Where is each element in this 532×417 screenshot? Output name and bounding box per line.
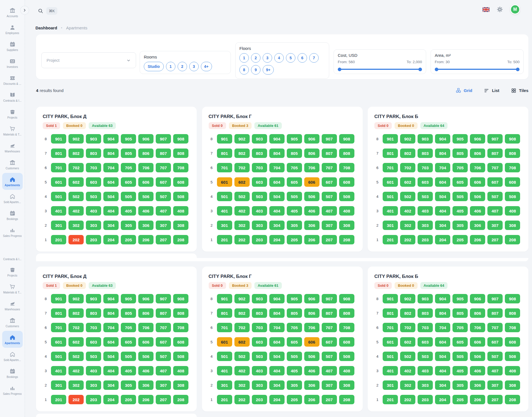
unit-cell-803[interactable]: 803 xyxy=(418,149,433,158)
unit-cell-807[interactable]: 807 xyxy=(322,149,337,158)
unit-cell-204[interactable]: 204 xyxy=(269,395,285,404)
unit-cell-706[interactable]: 706 xyxy=(138,163,154,172)
view-toggle-tiles[interactable]: Tiles xyxy=(511,88,528,93)
unit-cell-804[interactable]: 804 xyxy=(103,149,119,158)
unit-cell-808[interactable]: 808 xyxy=(339,308,354,318)
unit-cell-701[interactable]: 701 xyxy=(217,323,232,332)
unit-cell-607[interactable]: 607 xyxy=(156,337,171,347)
unit-cell-801[interactable]: 801 xyxy=(217,308,232,318)
unit-cell-905[interactable]: 905 xyxy=(121,294,136,303)
unit-cell-703[interactable]: 703 xyxy=(252,323,267,332)
sidebar-item-discounts[interactable]: Discounts & ... xyxy=(2,71,23,88)
unit-cell-608[interactable]: 608 xyxy=(339,337,354,347)
sidebar-item-sold-apartm[interactable]: Sold Apartm... xyxy=(2,348,23,365)
unit-cell-807[interactable]: 807 xyxy=(156,149,171,158)
unit-cell-903[interactable]: 903 xyxy=(252,294,267,303)
unit-cell-204[interactable]: 204 xyxy=(103,395,119,404)
unit-cell-304[interactable]: 304 xyxy=(435,380,450,390)
unit-cell-902[interactable]: 902 xyxy=(400,294,415,303)
unit-cell-306[interactable]: 306 xyxy=(470,380,485,390)
unit-cell-808[interactable]: 808 xyxy=(505,308,520,318)
project-select[interactable]: Project xyxy=(41,52,136,68)
unit-cell-304[interactable]: 304 xyxy=(103,221,119,230)
unit-cell-706[interactable]: 706 xyxy=(138,323,154,332)
unit-cell-905[interactable]: 905 xyxy=(452,294,468,303)
unit-cell-208[interactable]: 208 xyxy=(173,395,188,404)
unit-cell-401[interactable]: 401 xyxy=(217,366,232,375)
unit-cell-906[interactable]: 906 xyxy=(138,294,154,303)
unit-cell-607[interactable]: 607 xyxy=(487,337,503,347)
unit-cell-601[interactable]: 601 xyxy=(51,177,66,187)
unit-cell-602[interactable]: 602 xyxy=(400,337,415,347)
language-flag-icon[interactable] xyxy=(482,7,490,12)
unit-cell-203[interactable]: 203 xyxy=(86,235,101,244)
view-toggle-list[interactable]: List xyxy=(484,88,499,93)
unit-cell-805[interactable]: 805 xyxy=(121,149,136,158)
unit-cell-805[interactable]: 805 xyxy=(287,308,302,318)
unit-cell-802[interactable]: 802 xyxy=(234,149,250,158)
unit-cell-602[interactable]: 602 xyxy=(68,337,84,347)
unit-cell-406[interactable]: 406 xyxy=(304,366,319,375)
unit-cell-207[interactable]: 207 xyxy=(156,235,171,244)
unit-cell-308[interactable]: 308 xyxy=(339,221,354,230)
unit-cell-505[interactable]: 505 xyxy=(452,352,468,361)
unit-cell-406[interactable]: 406 xyxy=(304,206,319,216)
unit-cell-301[interactable]: 301 xyxy=(383,380,398,390)
unit-cell-704[interactable]: 704 xyxy=(435,163,450,172)
unit-cell-503[interactable]: 503 xyxy=(86,352,101,361)
rooms-option-2[interactable]: 2 xyxy=(178,62,187,71)
unit-cell-605[interactable]: 605 xyxy=(287,337,302,347)
unit-cell-605[interactable]: 605 xyxy=(121,177,136,187)
unit-cell-401[interactable]: 401 xyxy=(51,366,66,375)
unit-cell-403[interactable]: 403 xyxy=(86,366,101,375)
unit-cell-707[interactable]: 707 xyxy=(322,163,337,172)
unit-cell-206[interactable]: 206 xyxy=(470,235,485,244)
unit-cell-601[interactable]: 601 xyxy=(383,177,398,187)
unit-cell-806[interactable]: 806 xyxy=(138,308,154,318)
unit-cell-305[interactable]: 305 xyxy=(121,380,136,390)
unit-cell-704[interactable]: 704 xyxy=(269,323,285,332)
unit-cell-806[interactable]: 806 xyxy=(470,308,485,318)
unit-cell-607[interactable]: 607 xyxy=(487,177,503,187)
unit-cell-705[interactable]: 705 xyxy=(452,163,468,172)
unit-cell-201[interactable]: 201 xyxy=(51,395,66,404)
unit-cell-906[interactable]: 906 xyxy=(470,134,485,144)
unit-cell-401[interactable]: 401 xyxy=(383,366,398,375)
unit-cell-506[interactable]: 506 xyxy=(138,352,154,361)
sidebar-item-projects[interactable]: Projects xyxy=(2,105,23,122)
unit-cell-902[interactable]: 902 xyxy=(234,294,250,303)
unit-cell-508[interactable]: 508 xyxy=(505,352,520,361)
unit-cell-602[interactable]: 602 xyxy=(68,177,84,187)
sidebar-item-sales-progress[interactable]: Sales Progress xyxy=(2,224,23,241)
unit-cell-603[interactable]: 603 xyxy=(86,177,101,187)
unit-cell-507[interactable]: 507 xyxy=(322,192,337,201)
unit-cell-802[interactable]: 802 xyxy=(234,308,250,318)
sidebar-item-sales-progress[interactable]: Sales Progress xyxy=(2,382,23,398)
unit-cell-501[interactable]: 501 xyxy=(383,352,398,361)
unit-cell-208[interactable]: 208 xyxy=(505,235,520,244)
unit-cell-803[interactable]: 803 xyxy=(418,308,433,318)
unit-cell-408[interactable]: 408 xyxy=(173,366,188,375)
unit-cell-408[interactable]: 408 xyxy=(339,206,354,216)
floors-option-5[interactable]: 5 xyxy=(286,53,295,63)
sidebar-item-customers[interactable]: Customers xyxy=(2,314,23,331)
unit-cell-707[interactable]: 707 xyxy=(156,163,171,172)
unit-cell-608[interactable]: 608 xyxy=(505,177,520,187)
unit-cell-504[interactable]: 504 xyxy=(269,192,285,201)
unit-cell-405[interactable]: 405 xyxy=(121,366,136,375)
unit-cell-705[interactable]: 705 xyxy=(121,163,136,172)
unit-cell-206[interactable]: 206 xyxy=(304,235,319,244)
unit-cell-703[interactable]: 703 xyxy=(86,323,101,332)
unit-cell-902[interactable]: 902 xyxy=(68,294,84,303)
unit-cell-806[interactable]: 806 xyxy=(470,149,485,158)
unit-cell-407[interactable]: 407 xyxy=(156,366,171,375)
unit-cell-605[interactable]: 605 xyxy=(121,337,136,347)
unit-cell-606[interactable]: 606 xyxy=(470,177,485,187)
unit-cell-404[interactable]: 404 xyxy=(269,206,285,216)
unit-cell-501[interactable]: 501 xyxy=(51,192,66,201)
unit-cell-401[interactable]: 401 xyxy=(217,206,232,216)
unit-cell-907[interactable]: 907 xyxy=(487,294,503,303)
unit-cell-508[interactable]: 508 xyxy=(339,192,354,201)
unit-cell-505[interactable]: 505 xyxy=(452,192,468,201)
unit-cell-604[interactable]: 604 xyxy=(435,177,450,187)
